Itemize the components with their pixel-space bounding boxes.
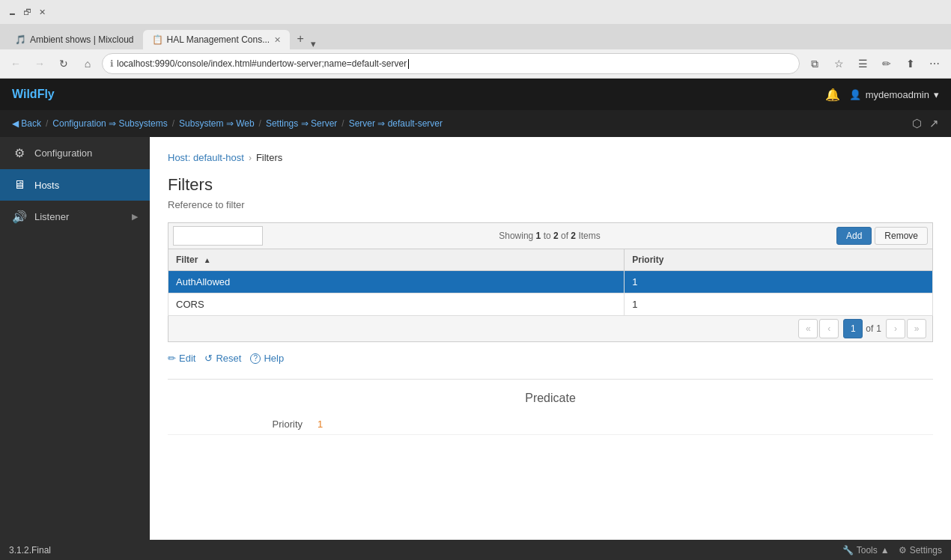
table-action-buttons: Add Remove	[832, 224, 932, 248]
username-label: mydemoadmin	[866, 89, 929, 100]
cell-filter: CORS	[168, 293, 625, 316]
new-tab-button[interactable]: +	[290, 28, 311, 49]
detail-value-priority: 1	[317, 419, 323, 430]
external-link-icon[interactable]: ↗	[929, 117, 939, 130]
statusbar: 3.1.2.Final 🔧 Tools ▲ ⚙ Settings	[0, 540, 951, 560]
inner-breadcrumb: Host: default-host › Filters	[168, 152, 933, 163]
breadcrumb-config-subsystems[interactable]: Configuration ⇒ Subsystems	[52, 118, 167, 129]
browser-right-icons: ⧉ ☆ ☰ ✏ ⬆ ⋯	[804, 53, 945, 74]
listener-icon: 🔊	[12, 210, 27, 224]
statusbar-right: 🔧 Tools ▲ ⚙ Settings	[842, 545, 942, 556]
account-icon[interactable]: ✏	[876, 53, 897, 74]
close-icon[interactable]: ✕	[36, 6, 48, 18]
sidebar-item-hosts[interactable]: 🖥 Hosts	[0, 169, 150, 201]
edit-link[interactable]: ✏ Edit	[168, 353, 195, 364]
tools-label: Tools	[857, 545, 878, 556]
reset-label: Reset	[216, 353, 241, 364]
page-first-button[interactable]: «	[798, 319, 818, 338]
settings-label: Settings	[910, 545, 942, 556]
version-label: 3.1.2.Final	[9, 545, 51, 556]
reading-list-icon[interactable]: ☰	[852, 53, 873, 74]
breadcrumb-icons: ⬡ ↗	[912, 117, 939, 130]
sidebar-item-configuration[interactable]: ⚙ Configuration	[0, 137, 150, 169]
page-prev-button[interactable]: ‹	[819, 319, 839, 338]
address-bar[interactable]: ℹ localhost:9990/console/index.html#unde…	[102, 53, 800, 74]
browser-titlebar: 🗕 🗗 ✕	[0, 0, 951, 24]
breadcrumb-subsystem-web[interactable]: Subsystem ⇒ Web	[179, 118, 254, 129]
settings-button[interactable]: ⚙ Settings	[899, 545, 942, 556]
reset-link[interactable]: ↺ Reset	[204, 353, 241, 364]
tab-mixcloud[interactable]: 🎵 Ambient shows | Mixcloud	[6, 30, 143, 49]
page-next-button[interactable]: ›	[886, 319, 905, 338]
table-search-area	[168, 223, 267, 249]
page-input-area: 1 of 1	[843, 319, 881, 338]
reload-button[interactable]: ↻	[54, 54, 73, 73]
table-row[interactable]: AuthAllowed 1	[168, 271, 933, 293]
detail-title: Predicate	[168, 392, 933, 405]
content-inner: Host: default-host › Filters Filters Ref…	[150, 137, 951, 450]
breadcrumb-settings-server[interactable]: Settings ⇒ Server	[266, 118, 337, 129]
tab-label: HAL Management Cons...	[167, 34, 270, 45]
reset-icon: ↺	[204, 353, 213, 364]
back-button[interactable]: ←	[6, 54, 25, 73]
cell-priority: 1	[625, 293, 933, 316]
split-view-icon[interactable]: ⧉	[804, 53, 825, 74]
pagination-bar: « ‹ 1 of 1 › »	[168, 316, 933, 342]
action-bar: ✏ Edit ↺ Reset ? Help	[168, 353, 933, 364]
col-priority-label: Priority	[632, 255, 663, 265]
tab-hal[interactable]: 📋 HAL Management Cons... ✕	[143, 30, 291, 49]
tools-button[interactable]: 🔧 Tools ▲	[842, 545, 890, 556]
showing-end: 2	[553, 231, 559, 241]
back-link[interactable]: ◀ Back	[12, 118, 41, 129]
window-controls: 🗕 🗗 ✕	[6, 6, 48, 18]
address-cursor	[408, 59, 409, 69]
user-menu[interactable]: 👤 mydemoadmin ▾	[849, 89, 939, 100]
page-last-button[interactable]: »	[907, 319, 926, 338]
inner-breadcrumb-parent[interactable]: Host: default-host	[168, 152, 244, 163]
sidebar-item-label-configuration: Configuration	[34, 147, 92, 159]
security-icon: ℹ	[110, 58, 114, 69]
table-row[interactable]: CORS 1	[168, 293, 933, 316]
col-filter-label: Filter	[176, 255, 198, 265]
home-button[interactable]: ⌂	[78, 54, 97, 73]
sidebar-item-listener[interactable]: 🔊 Listener ▶	[0, 201, 150, 233]
help-icon: ?	[250, 353, 261, 364]
showing-items: Items	[576, 231, 601, 241]
remove-button[interactable]: Remove	[875, 227, 928, 245]
detail-section: Predicate Priority 1	[168, 379, 933, 435]
brand-fly: Fly	[37, 88, 55, 100]
minimize-icon[interactable]: 🗕	[6, 6, 18, 18]
add-button[interactable]: Add	[836, 227, 872, 245]
col-priority: Priority	[625, 249, 933, 271]
breadcrumb-bar: ◀ Back / Configuration ⇒ Subsystems / Su…	[0, 110, 951, 137]
tab-list-button[interactable]: ▾	[311, 38, 329, 49]
current-page[interactable]: 1	[843, 319, 863, 338]
notification-bell-icon[interactable]: 🔔	[825, 88, 840, 102]
breadcrumb-sep-2: /	[259, 118, 261, 129]
table-toolbar: Showing 1 to 2 of 2 Items Add Remove	[168, 222, 933, 249]
tab-favicon: 📋	[152, 34, 162, 45]
topology-icon[interactable]: ⬡	[912, 117, 922, 130]
breadcrumb-sep-3: /	[341, 118, 344, 129]
breadcrumb-sep-1: /	[172, 118, 174, 129]
user-chevron-icon: ▾	[934, 89, 939, 100]
help-link[interactable]: ? Help	[250, 353, 284, 364]
tab-favicon: 🎵	[15, 34, 25, 45]
forward-button[interactable]: →	[30, 54, 49, 73]
inner-breadcrumb-current: Filters	[256, 152, 282, 163]
bookmark-icon[interactable]: ☆	[828, 53, 849, 74]
inner-breadcrumb-arrow: ›	[249, 153, 252, 163]
topbar: WildFly 🔔 👤 mydemoadmin ▾	[0, 79, 951, 110]
of-label: of	[866, 323, 873, 334]
col-filter[interactable]: Filter ▲	[168, 249, 625, 271]
main-area: ⚙ Configuration 🖥 Hosts 🔊 Listener ▶ Hos…	[0, 137, 951, 540]
page-subtitle: Reference to filter	[168, 199, 933, 210]
share-icon[interactable]: ⬆	[900, 53, 921, 74]
tab-close-icon[interactable]: ✕	[274, 35, 281, 45]
topbar-right: 🔔 👤 mydemoadmin ▾	[825, 88, 939, 102]
more-icon[interactable]: ⋯	[924, 53, 945, 74]
breadcrumb-server-default[interactable]: Server ⇒ default-server	[349, 118, 443, 129]
statusbar-version: 3.1.2.Final	[9, 545, 51, 556]
table-search-input[interactable]	[173, 226, 263, 246]
maximize-icon[interactable]: 🗗	[21, 6, 33, 18]
